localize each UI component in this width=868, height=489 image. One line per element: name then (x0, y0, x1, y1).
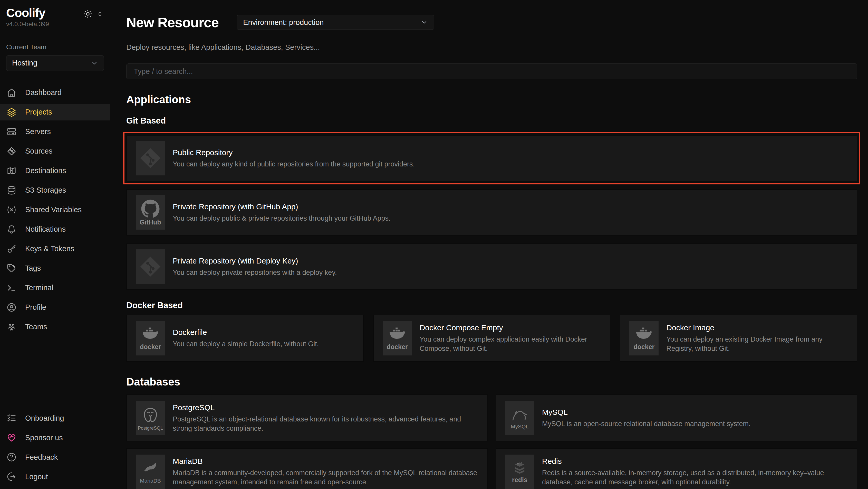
card-text: Dockerfile You can deploy a simple Docke… (173, 328, 319, 349)
applications-heading: Applications (126, 94, 857, 105)
sidebar-item-projects[interactable]: Projects (0, 104, 110, 120)
sidebar-item-profile[interactable]: Profile (0, 299, 110, 316)
mariadb-icon (141, 460, 160, 477)
github-icon (141, 199, 160, 218)
card-text: PostgreSQL PostgreSQL is an object-relat… (173, 403, 480, 433)
card-description: You can deploy any kind of public reposi… (173, 160, 415, 169)
sidebar-item-label: Onboarding (25, 414, 64, 423)
card-title: Private Repository (with GitHub App) (173, 202, 391, 211)
sidebar-item-onboarding[interactable]: Onboarding (0, 410, 110, 426)
app-logo: Coolify (6, 6, 45, 20)
database-icon (7, 185, 17, 195)
sidebar: Coolify v4.0.0-beta.399 Current Team Hos… (0, 0, 111, 489)
card-description: MariaDB is a community-developed, commer… (173, 468, 480, 487)
card-icon-tile: MariaDB (136, 455, 165, 489)
card-description: You can deploy complex application easil… (420, 335, 602, 353)
tile-caption: MySQL (511, 424, 529, 429)
sidebar-item-servers[interactable]: Servers (0, 123, 110, 140)
card-icon-tile: MySQL (505, 401, 534, 435)
card-docker-image[interactable]: docker Docker Image You can deploy an ex… (620, 315, 857, 362)
instance-switcher-button[interactable] (96, 10, 103, 18)
databases-heading: Databases (126, 376, 857, 387)
team-select-value: Hosting (12, 59, 37, 67)
sidebar-item-label: Notifications (25, 225, 66, 233)
card-icon-tile: docker (383, 321, 412, 355)
sidebar-item-label: S3 Storages (25, 186, 66, 194)
sidebar-item-label: Terminal (25, 284, 53, 292)
sidebar-item-destinations[interactable]: Destinations (0, 163, 110, 179)
team-select[interactable]: Hosting (6, 55, 104, 71)
sidebar-item-terminal[interactable]: Terminal (0, 280, 110, 296)
environment-select[interactable]: Environment: production (237, 15, 434, 30)
card-redis[interactable]: redis Redis Redis is a source-available,… (496, 448, 857, 489)
sidebar-spacer (0, 338, 110, 410)
sidebar-item-dashboard[interactable]: Dashboard (0, 85, 110, 101)
tile-caption: GitHub (140, 219, 161, 226)
sidebar-item-label: Sponsor us (25, 434, 63, 442)
user-circle-icon (7, 303, 17, 312)
environment-select-value: Environment: production (243, 18, 323, 27)
sidebar-item-label: Feedback (25, 453, 58, 462)
card-text: Redis Redis is a source-available, in-me… (542, 457, 849, 487)
sidebar-item-label: Logout (25, 472, 48, 481)
card-icon-tile (136, 249, 165, 284)
heart-hands-icon (7, 433, 17, 442)
layers-icon (7, 107, 17, 117)
card-docker-compose-empty[interactable]: docker Docker Compose Empty You can depl… (373, 315, 611, 362)
tile-caption: docker (387, 344, 408, 350)
sidebar-item-tags[interactable]: Tags (0, 260, 110, 277)
search-bar[interactable] (126, 63, 857, 79)
page-header: New Resource Environment: production (126, 5, 857, 39)
card-description: You can deploy private repositories with… (173, 268, 337, 277)
chevron-down-icon (91, 60, 98, 67)
card-private-repository-github-app[interactable]: GitHub Private Repository (with GitHub A… (126, 189, 857, 235)
sidebar-item-label: Sources (25, 147, 52, 155)
card-description: PostgreSQL is an object-relational datab… (173, 415, 480, 433)
card-postgresql[interactable]: PostgreSQL PostgreSQL PostgreSQL is an o… (126, 395, 488, 441)
home-icon (7, 88, 17, 97)
sidebar-item-label: Projects (25, 108, 52, 116)
card-title: Docker Image (666, 323, 849, 332)
card-icon-tile: GitHub (136, 195, 165, 230)
sidebar-item-notifications[interactable]: Notifications (0, 221, 110, 237)
sidebar-item-shared-variables[interactable]: Shared Variables (0, 202, 110, 218)
card-mariadb[interactable]: MariaDB MariaDB MariaDB is a community-d… (126, 448, 488, 489)
chevron-down-icon (421, 19, 428, 26)
tile-caption: docker (140, 344, 161, 350)
card-public-repository[interactable]: Public Repository You can deploy any kin… (126, 135, 857, 181)
sidebar-item-feedback[interactable]: Feedback (0, 449, 110, 465)
git-based-heading: Git Based (126, 116, 857, 125)
bell-icon (7, 225, 17, 234)
sidebar-item-label: Keys & Tokens (25, 244, 74, 253)
card-icon-tile: docker (136, 321, 165, 355)
sidebar-item-teams[interactable]: Teams (0, 319, 110, 335)
card-title: MySQL (542, 408, 750, 417)
card-title: MariaDB (173, 457, 480, 466)
sidebar-item-sources[interactable]: Sources (0, 143, 110, 160)
search-input[interactable] (133, 67, 850, 76)
card-icon-tile: PostgreSQL (136, 401, 165, 435)
docker-card-list: docker Dockerfile You can deploy a simpl… (126, 315, 857, 362)
server-icon (7, 127, 17, 137)
card-icon-tile: docker (629, 321, 658, 355)
tile-caption: MariaDB (140, 478, 161, 483)
card-private-repository-deploy-key[interactable]: Private Repository (with Deploy Key) You… (126, 243, 857, 290)
sidebar-item-s3-storages[interactable]: S3 Storages (0, 182, 110, 199)
tag-icon (7, 263, 17, 273)
card-text: Private Repository (with Deploy Key) You… (173, 256, 337, 277)
card-mysql[interactable]: MySQL MySQL MySQL is an open-source rela… (496, 395, 857, 441)
theme-toggle-button[interactable] (83, 9, 92, 19)
sidebar-item-sponsor-us[interactable]: Sponsor us (0, 429, 110, 446)
card-dockerfile[interactable]: docker Dockerfile You can deploy a simpl… (126, 315, 364, 362)
tile-caption: redis (512, 477, 527, 483)
docker-based-heading: Docker Based (126, 301, 857, 310)
selector-icon (96, 10, 103, 18)
sidebar-item-keys-tokens[interactable]: Keys & Tokens (0, 241, 110, 257)
card-icon-tile (136, 141, 165, 175)
key-icon (7, 244, 17, 254)
sidebar-item-logout[interactable]: Logout (0, 468, 110, 485)
card-title: Redis (542, 457, 849, 466)
sun-icon (83, 9, 92, 19)
sidebar-item-label: Dashboard (25, 88, 62, 97)
sidebar-item-label: Destinations (25, 166, 66, 175)
